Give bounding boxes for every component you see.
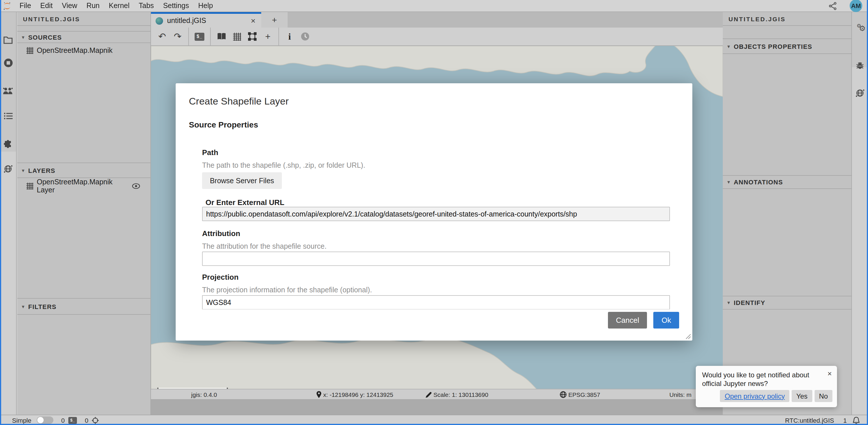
menu-settings[interactable]: Settings bbox=[158, 0, 193, 12]
collaboration-icon[interactable] bbox=[0, 87, 16, 95]
temporal-controller-button[interactable] bbox=[298, 29, 313, 44]
open-book-icon bbox=[217, 33, 226, 40]
left-sidebar-title: UNTITLED.JGIS bbox=[17, 12, 150, 26]
globe-icon bbox=[560, 391, 567, 398]
vector-square-icon bbox=[248, 32, 257, 41]
caret-down-icon: ▾ bbox=[22, 34, 25, 40]
source-item-openstreetmap[interactable]: OpenStreetMap.Mapnik bbox=[17, 45, 150, 56]
menu-items: File Edit View Run Kernel Tabs Settings … bbox=[15, 0, 218, 12]
terminal-icon: $_ bbox=[68, 417, 77, 424]
terminal-count: 0 bbox=[61, 417, 65, 424]
terminal-icon: $_ bbox=[195, 32, 205, 40]
notification-count[interactable]: 1 bbox=[843, 417, 847, 424]
open-privacy-policy-button[interactable]: Open privacy policy bbox=[720, 390, 789, 402]
pencil-icon bbox=[425, 391, 432, 398]
map-units: Units: m bbox=[670, 389, 691, 400]
jgis-document-icon bbox=[156, 17, 163, 24]
menu-kernel[interactable]: Kernel bbox=[104, 0, 134, 12]
projection-description: The projection information for the shape… bbox=[202, 286, 372, 294]
right-activity-bar: ⚙⚙ bbox=[851, 12, 868, 415]
jupyter-news-notification: Would you like to get notified about off… bbox=[696, 366, 837, 407]
map-status-bar: jgis: 0.4.0 x: -12198496 y: 12413925 Sca… bbox=[151, 389, 723, 399]
bell-icon[interactable] bbox=[852, 416, 860, 424]
running-sessions-icon[interactable] bbox=[0, 58, 16, 68]
raster-grid-icon bbox=[26, 183, 33, 189]
app-status-bar: Simple 0 $_ 0 RTC:untitled.jGIS 1 bbox=[0, 415, 868, 425]
property-inspector-icon[interactable]: ⚙⚙ bbox=[852, 22, 868, 32]
ok-button[interactable]: Ok bbox=[654, 312, 679, 329]
path-label: Path bbox=[202, 148, 218, 157]
menu-view[interactable]: View bbox=[57, 0, 82, 12]
projection-label: Projection bbox=[202, 273, 239, 281]
visibility-eye-icon[interactable] bbox=[132, 183, 140, 189]
undo-button[interactable]: ↶ bbox=[154, 29, 170, 44]
vector-layer-button[interactable] bbox=[245, 29, 260, 44]
map-scale: Scale: 1: 130113690 bbox=[425, 389, 488, 400]
attribution-input[interactable] bbox=[202, 251, 670, 266]
raster-layer-button[interactable] bbox=[229, 29, 245, 44]
caret-down-icon: ▾ bbox=[22, 304, 25, 309]
attribution-label: Attribution bbox=[202, 229, 240, 238]
create-shapefile-layer-dialog: Create Shapefile Layer Source Properties… bbox=[176, 83, 692, 341]
identify-section-header[interactable]: ▾ IDENTIFY bbox=[723, 296, 851, 309]
map-epsg: EPSG:3857 bbox=[560, 389, 600, 400]
menu-file[interactable]: File bbox=[15, 0, 36, 12]
jupyter-logo-icon bbox=[3, 1, 11, 10]
plus-icon: + bbox=[265, 31, 271, 42]
file-browser-icon[interactable] bbox=[0, 36, 16, 44]
annotations-section-header[interactable]: ▾ ANNOTATIONS bbox=[723, 175, 851, 189]
right-sidebar-title: UNTITLED.JGIS bbox=[723, 12, 851, 26]
layers-section-header[interactable]: ▾ LAYERS bbox=[17, 162, 150, 178]
table-of-contents-icon[interactable] bbox=[0, 113, 16, 119]
notification-close-icon[interactable]: × bbox=[828, 369, 832, 378]
jgis-version: jgis: 0.4.0 bbox=[191, 389, 217, 400]
tab-bar: untitled.jGIS × + bbox=[151, 12, 723, 28]
simple-mode-label: Simple bbox=[12, 417, 31, 424]
debugger-icon[interactable] bbox=[852, 61, 868, 69]
objects-properties-section-header[interactable]: ▾ OBJECTS PROPERTIES bbox=[723, 38, 851, 54]
rtc-status[interactable]: RTC:untitled.jGIS bbox=[785, 417, 834, 424]
dialog-resize-handle[interactable] bbox=[685, 334, 691, 339]
external-url-label: Or Enter External URL bbox=[206, 198, 284, 207]
caret-down-icon: ▾ bbox=[727, 179, 730, 185]
dialog-title: Create Shapefile Layer bbox=[189, 96, 289, 108]
simple-mode-toggle[interactable] bbox=[36, 416, 53, 424]
info-icon: i bbox=[288, 31, 291, 42]
gis-panel-icon[interactable] bbox=[0, 164, 16, 174]
menu-tabs[interactable]: Tabs bbox=[134, 0, 158, 12]
browse-server-files-button[interactable]: Browse Server Files bbox=[202, 172, 282, 189]
notification-no-button[interactable]: No bbox=[814, 390, 832, 402]
tab-close-icon[interactable]: × bbox=[250, 16, 257, 25]
cancel-button[interactable]: Cancel bbox=[608, 312, 647, 329]
new-tab-button[interactable]: + bbox=[261, 12, 288, 28]
redo-button[interactable]: ↷ bbox=[170, 29, 185, 44]
menu-run[interactable]: Run bbox=[82, 0, 104, 12]
menu-bar: File Edit View Run Kernel Tabs Settings … bbox=[0, 0, 868, 12]
right-sidebar: UNTITLED.JGIS ▾ OBJECTS PROPERTIES ▾ ANN… bbox=[723, 12, 851, 415]
left-sidebar: UNTITLED.JGIS ▾ SOURCES OpenStreetMap.Ma… bbox=[17, 12, 151, 415]
map-pin-icon bbox=[316, 391, 321, 398]
gis-right-panel-icon[interactable] bbox=[852, 88, 868, 98]
sources-section-header[interactable]: ▾ SOURCES bbox=[17, 31, 150, 43]
extensions-icon[interactable] bbox=[0, 140, 16, 149]
add-layer-button[interactable]: + bbox=[260, 29, 276, 44]
layer-item-openstreetmap[interactable]: OpenStreetMap.Mapnik Layer bbox=[17, 180, 150, 192]
jupyterlab-window: File Edit View Run Kernel Tabs Settings … bbox=[0, 0, 868, 425]
caret-down-icon: ▾ bbox=[727, 43, 730, 49]
identify-button[interactable]: i bbox=[282, 29, 298, 44]
basemap-button[interactable] bbox=[214, 29, 229, 44]
tab-untitled-jgis[interactable]: untitled.jGIS × bbox=[151, 12, 261, 28]
menu-help[interactable]: Help bbox=[193, 0, 217, 12]
user-avatar[interactable]: AM bbox=[849, 0, 862, 12]
filters-section-header[interactable]: ▾ FILTERS bbox=[17, 298, 150, 315]
attribution-description: The attribution for the shapefile source… bbox=[202, 242, 327, 250]
tab-label: untitled.jGIS bbox=[167, 17, 250, 25]
external-url-input[interactable] bbox=[202, 207, 670, 221]
raster-grid-icon bbox=[26, 47, 33, 54]
projection-input[interactable] bbox=[202, 295, 670, 309]
console-button[interactable]: $_ bbox=[192, 29, 207, 44]
redo-icon: ↷ bbox=[174, 31, 182, 42]
share-icon[interactable] bbox=[828, 1, 837, 10]
menu-edit[interactable]: Edit bbox=[36, 0, 57, 12]
notification-yes-button[interactable]: Yes bbox=[792, 390, 812, 402]
